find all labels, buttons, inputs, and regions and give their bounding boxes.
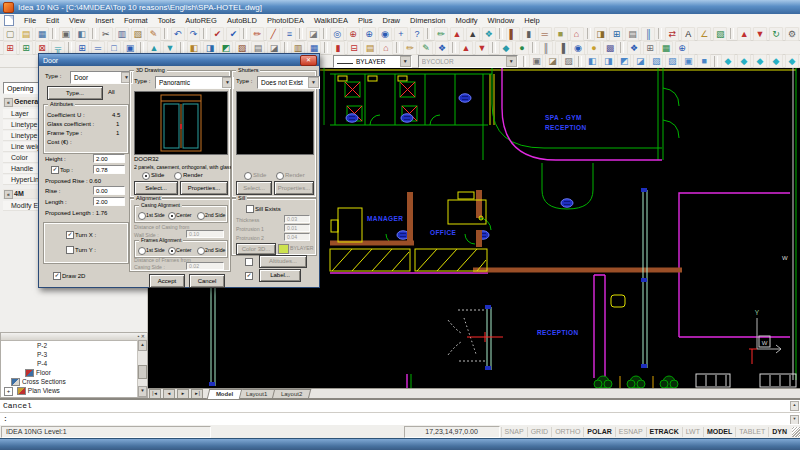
save-icon[interactable]: ▦ (35, 27, 49, 41)
format-painter-icon[interactable]: ✎ (147, 27, 161, 41)
help-icon[interactable]: ? (410, 27, 424, 41)
drawing-window-icon[interactable] (4, 15, 14, 26)
label-button[interactable]: Label... (259, 269, 301, 282)
frames-center-radio[interactable] (168, 247, 176, 255)
building-icon[interactable]: ⌂ (379, 41, 393, 55)
freehand-line-icon[interactable]: ╱ (266, 27, 280, 41)
close-icon[interactable]: ✕ (300, 55, 317, 66)
menu-view[interactable]: View (64, 14, 90, 27)
tree-item-p2[interactable]: P-2 (1, 341, 147, 350)
toggle-esnap[interactable]: ESNAP (615, 427, 646, 437)
table-delete-icon[interactable]: ⊟ (347, 41, 361, 55)
dot-green-icon[interactable]: ● (515, 41, 529, 55)
scrollbar-thumb[interactable] (138, 365, 147, 379)
insulation-icon[interactable]: ▮ (331, 41, 345, 55)
open-icon[interactable]: ▤ (19, 27, 33, 41)
new-file-icon[interactable]: ▢ (3, 27, 17, 41)
schedule-red-icon[interactable]: ⊞ (3, 41, 17, 55)
scroll-down-icon[interactable]: ▼ (138, 386, 147, 397)
standards-check-icon[interactable]: ✔ (226, 27, 240, 41)
image-attach-icon[interactable]: ▦ (659, 41, 673, 55)
copy-icon[interactable]: ▥ (115, 27, 129, 41)
title-bar[interactable]: Idea 10 NG - [C:\4M\IDEA\Top 10 reasons\… (0, 0, 800, 14)
menu-format[interactable]: Format (119, 14, 153, 27)
linetype-combo[interactable]: BYLAYER ▼ (333, 55, 412, 68)
resize-grip[interactable] (792, 427, 800, 437)
render-radio[interactable] (174, 172, 182, 180)
command-scrollbar[interactable]: ▲ ▼ (790, 401, 799, 423)
construction-line-icon[interactable]: ≡ (282, 27, 296, 41)
stairs-tool-icon[interactable]: ▤ (625, 27, 639, 41)
zoom-window-icon[interactable]: ⊕ (362, 27, 376, 41)
top-checkbox[interactable] (51, 166, 59, 174)
beam-tool-icon[interactable]: ═ (538, 27, 552, 41)
casing-1st-side-radio[interactable] (138, 212, 146, 220)
refresh-icon[interactable]: ↻ (769, 27, 783, 41)
tree-item-floor[interactable]: Floor (1, 368, 147, 377)
elevation-tool-icon[interactable]: ▐ (555, 41, 569, 55)
schedule-green-icon[interactable]: ⊞ (19, 41, 33, 55)
toggle-snap[interactable]: SNAP (501, 427, 527, 437)
redo-icon[interactable]: ↷ (187, 27, 201, 41)
text-tool-icon[interactable]: A (681, 27, 695, 41)
undo-icon[interactable]: ↶ (171, 27, 185, 41)
iso-view-1-icon[interactable]: ◆ (721, 54, 735, 68)
view-top-icon[interactable]: ◧ (585, 54, 599, 68)
casing-2nd-side-radio[interactable] (197, 212, 205, 220)
railing-tool-icon[interactable]: ║ (641, 27, 655, 41)
drawing3d-type-combo[interactable]: Panoramic▼ (155, 76, 234, 89)
rise-field[interactable]: 0.00 (93, 186, 125, 195)
shutters-type-combo[interactable]: Does not Exist▼ (257, 76, 320, 89)
tree-item-plan-views[interactable]: + Plan Views (1, 386, 147, 395)
sill-exists-checkbox[interactable] (246, 205, 254, 213)
view-sw-iso-icon[interactable]: ▣ (681, 54, 695, 68)
menu-file[interactable]: File (19, 14, 41, 27)
frames-1st-side-radio[interactable] (138, 247, 146, 255)
tree-scrollbar[interactable]: ▲ ▼ (137, 340, 147, 397)
top-field[interactable]: 0.78 (93, 165, 125, 174)
tab-model[interactable]: Model (207, 389, 243, 399)
toggle-grid[interactable]: GRID (527, 427, 552, 437)
pan-icon[interactable]: + (394, 27, 408, 41)
zoom-in-icon[interactable]: ⊕ (346, 27, 360, 41)
scroll-up-icon[interactable]: ▲ (138, 340, 147, 351)
toggle-dyn[interactable]: DYN (768, 427, 790, 437)
expand-icon[interactable]: + (4, 387, 13, 396)
redline-pencil-icon[interactable]: ✏ (434, 27, 448, 41)
brush-icon[interactable]: ✎ (419, 41, 433, 55)
view-se-iso-icon[interactable]: ■ (697, 54, 711, 68)
render-tool-icon[interactable]: ▩ (603, 41, 617, 55)
zoom-realtime-icon[interactable]: ◎ (330, 27, 344, 41)
menu-dimension[interactable]: Dimension (405, 14, 450, 27)
tree-item-p4[interactable]: P-4 (1, 359, 147, 368)
door-type-combo[interactable]: Door▼ (70, 71, 133, 84)
camera-view-icon[interactable]: ◉ (571, 41, 585, 55)
paste-icon[interactable]: ▧ (131, 27, 145, 41)
purge-icon[interactable]: ▨ (561, 54, 575, 68)
casing-center-radio[interactable] (168, 212, 176, 220)
frames-2nd-side-radio[interactable] (197, 247, 205, 255)
menu-insert[interactable]: Insert (90, 14, 119, 27)
properties-button[interactable]: Properties... (180, 181, 228, 195)
length-field[interactable]: 2.00 (93, 197, 125, 206)
scroll-up-icon[interactable]: ▲ (790, 401, 799, 411)
window-tool-icon[interactable]: ⊞ (609, 27, 623, 41)
menu-plus[interactable]: Plus (353, 14, 378, 27)
slide-radio[interactable] (142, 172, 150, 180)
toggle-etrack[interactable]: ETRACK (646, 427, 682, 437)
slab-tool-icon[interactable]: ■ (554, 27, 568, 41)
select-button[interactable]: Select... (134, 181, 178, 195)
dialog-title-bar[interactable]: Door ✕ (39, 54, 319, 66)
menu-tools[interactable]: Tools (153, 14, 181, 27)
iso-view-2-icon[interactable]: ◆ (737, 54, 751, 68)
draw-pencil-icon[interactable]: ✏ (403, 41, 417, 55)
chevron-down-icon[interactable]: ▼ (308, 77, 319, 88)
toggle-polar[interactable]: POLAR (583, 427, 615, 437)
menu-draw[interactable]: Draw (378, 14, 406, 27)
tree-item-cross-sections[interactable]: Cross Sections (1, 377, 147, 386)
command-prompt[interactable]: : (0, 413, 800, 424)
label-checkbox[interactable] (245, 272, 253, 280)
turn-x-checkbox[interactable] (66, 231, 74, 239)
cancel-button[interactable]: Cancel (189, 274, 225, 288)
match-properties-icon[interactable]: ▣ (529, 54, 543, 68)
